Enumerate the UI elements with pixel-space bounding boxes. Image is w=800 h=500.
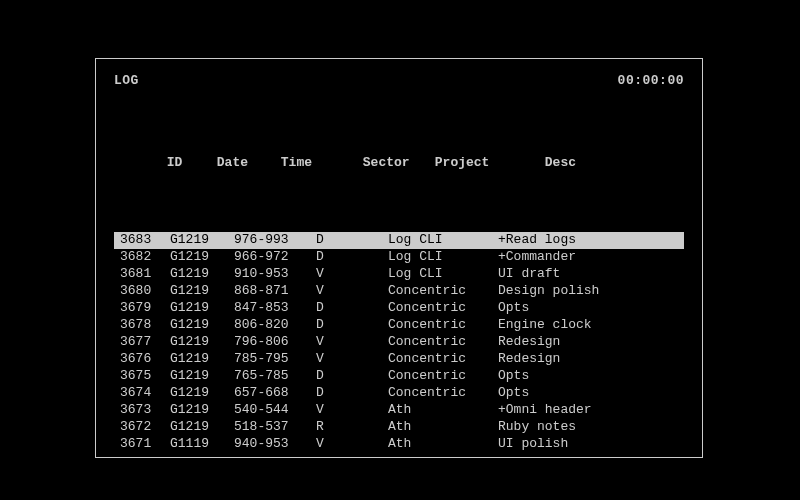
table-row[interactable]: 3683G1219976-993DLog CLI+Read logs (114, 232, 684, 249)
cell-project: Ath (388, 436, 498, 453)
cell-sector: D (316, 232, 388, 249)
cell-desc: Redesign (498, 334, 658, 351)
cell-sector: V (316, 436, 388, 453)
col-id: ID (161, 155, 217, 172)
cell-project: Ath (388, 419, 498, 436)
cell-desc: Design polish (498, 283, 658, 300)
cell-date: G1219 (170, 402, 234, 419)
cell-id: 3675 (114, 368, 170, 385)
cell-id: 3677 (114, 334, 170, 351)
cell-id: 3674 (114, 385, 170, 402)
cell-project: Concentric (388, 283, 498, 300)
table-row[interactable]: 3673G1219540-544VAth+Omni header (114, 402, 684, 419)
cell-date: G1219 (170, 419, 234, 436)
cell-time: 796-806 (234, 334, 316, 351)
table-row[interactable]: 3680G1219868-871VConcentricDesign polish (114, 283, 684, 300)
cell-id: 3683 (114, 232, 170, 249)
cell-date: G1219 (170, 351, 234, 368)
table-row[interactable]: 3677G1219796-806VConcentricRedesign (114, 334, 684, 351)
cell-desc: Engine clock (498, 317, 658, 334)
table-row[interactable]: 3682G1219966-972DLog CLI+Commander (114, 249, 684, 266)
table-row[interactable]: 3676G1219785-795VConcentricRedesign (114, 351, 684, 368)
cell-sector: V (316, 266, 388, 283)
cell-desc: UI polish (498, 436, 658, 453)
table-row[interactable]: 3679G1219847-853DConcentricOpts (114, 300, 684, 317)
table-row[interactable]: 3678G1219806-820DConcentricEngine clock (114, 317, 684, 334)
cell-desc: UI draft (498, 266, 658, 283)
cell-project: Ath (388, 402, 498, 419)
cell-time: 976-993 (234, 232, 316, 249)
cell-desc: +Omni header (498, 402, 658, 419)
col-date: Date (217, 155, 281, 172)
cell-sector: R (316, 419, 388, 436)
log-table: IDDateTimeSectorProjectDesc 3683G1219976… (114, 104, 684, 487)
cell-sector: V (316, 334, 388, 351)
cell-time: 966-972 (234, 249, 316, 266)
cell-desc: +Read logs (498, 232, 658, 249)
cell-date: G1219 (170, 283, 234, 300)
cell-desc: Opts (498, 300, 658, 317)
cell-desc: Opts (498, 368, 658, 385)
cell-date: G1219 (170, 334, 234, 351)
cell-id: 3681 (114, 266, 170, 283)
cell-desc: Opts (498, 385, 658, 402)
cell-id: 3673 (114, 402, 170, 419)
cell-time: 765-785 (234, 368, 316, 385)
app-frame: LOG 00:00:00 IDDateTimeSectorProjectDesc… (95, 58, 703, 458)
cell-date: G1219 (170, 232, 234, 249)
cell-project: Concentric (388, 351, 498, 368)
column-headers: IDDateTimeSectorProjectDesc (114, 138, 684, 189)
cell-time: 518-537 (234, 419, 316, 436)
cell-sector: D (316, 385, 388, 402)
col-desc: Desc (545, 155, 705, 172)
col-time: Time (281, 155, 363, 172)
cell-id: 3680 (114, 283, 170, 300)
table-row[interactable]: 3681G1219910-953VLog CLIUI draft (114, 266, 684, 283)
cell-date: G1219 (170, 368, 234, 385)
cell-desc: +Commander (498, 249, 658, 266)
cell-id: 3676 (114, 351, 170, 368)
cell-id: 3678 (114, 317, 170, 334)
app-title: LOG (114, 73, 139, 90)
cell-project: Concentric (388, 300, 498, 317)
col-sector: Sector (363, 155, 435, 172)
cell-date: G1219 (170, 317, 234, 334)
cell-id: 3679 (114, 300, 170, 317)
cell-time: 657-668 (234, 385, 316, 402)
cell-time: 540-544 (234, 402, 316, 419)
cell-id: 3682 (114, 249, 170, 266)
table-row[interactable]: 3672G1219518-537RAthRuby notes (114, 419, 684, 436)
cell-sector: V (316, 402, 388, 419)
cell-date: G1219 (170, 266, 234, 283)
cell-time: 910-953 (234, 266, 316, 283)
cell-id: 3671 (114, 436, 170, 453)
cell-sector: D (316, 368, 388, 385)
cell-date: G1119 (170, 436, 234, 453)
cell-project: Log CLI (388, 266, 498, 283)
col-project: Project (435, 155, 545, 172)
table-row[interactable]: 3675G1219765-785DConcentricOpts (114, 368, 684, 385)
cell-project: Concentric (388, 385, 498, 402)
table-row[interactable]: 3674G1219657-668DConcentricOpts (114, 385, 684, 402)
cell-date: G1219 (170, 300, 234, 317)
cell-desc: Redesign (498, 351, 658, 368)
cell-time: 806-820 (234, 317, 316, 334)
header-bar: LOG 00:00:00 (114, 73, 684, 90)
cell-sector: D (316, 317, 388, 334)
cell-time: 785-795 (234, 351, 316, 368)
cell-id: 3672 (114, 419, 170, 436)
cell-sector: V (316, 283, 388, 300)
cell-sector: D (316, 300, 388, 317)
cell-desc: Ruby notes (498, 419, 658, 436)
cell-sector: D (316, 249, 388, 266)
cell-project: Log CLI (388, 249, 498, 266)
cell-time: 940-953 (234, 436, 316, 453)
cell-time: 847-853 (234, 300, 316, 317)
cell-date: G1219 (170, 249, 234, 266)
header-clock: 00:00:00 (618, 73, 684, 90)
cell-project: Log CLI (388, 232, 498, 249)
cell-time: 868-871 (234, 283, 316, 300)
table-row[interactable]: 3671G1119940-953VAthUI polish (114, 436, 684, 453)
cell-sector: V (316, 351, 388, 368)
cell-project: Concentric (388, 368, 498, 385)
